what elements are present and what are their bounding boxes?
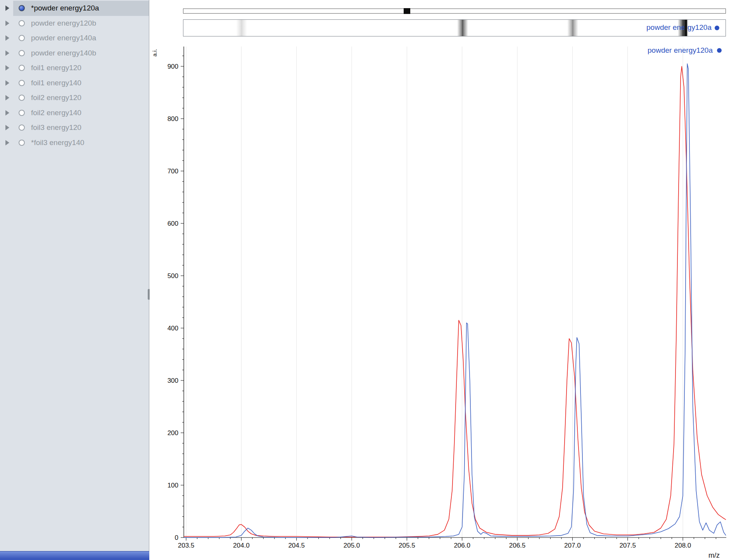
svg-text:205.0: 205.0 xyxy=(344,542,360,549)
spectrum-list-item[interactable]: *powder energy120a xyxy=(0,1,149,16)
overview-spectrum-dot-icon xyxy=(715,26,719,30)
disclosure-triangle-icon[interactable] xyxy=(5,125,9,130)
overview-band xyxy=(457,20,468,36)
disclosure-triangle-icon[interactable] xyxy=(5,80,9,86)
x-tick-labels: 203.5204.0204.5205.0205.5206.0206.5207.0… xyxy=(178,542,691,549)
overview-spectrum-name: powder energy120a xyxy=(646,23,712,32)
disclosure-triangle-icon[interactable] xyxy=(5,140,9,145)
sidebar-horizontal-scrollbar[interactable] xyxy=(0,551,149,560)
overview-band xyxy=(567,20,578,36)
spectrum-label: powder energy140a xyxy=(31,34,96,42)
spectrum-list-item[interactable]: powder energy120b xyxy=(0,16,149,31)
svg-text:700: 700 xyxy=(168,168,178,175)
spectrum-label: foil1 energy120 xyxy=(31,64,81,72)
visibility-radio-icon[interactable] xyxy=(19,50,25,56)
series-line-powder-energy120a xyxy=(184,64,726,538)
gridlines xyxy=(186,47,683,538)
disclosure-triangle-icon[interactable] xyxy=(5,110,9,116)
spectrum-range-scrollbar[interactable] xyxy=(183,9,726,14)
spectra-list[interactable]: *powder energy120a powder energy120b pow… xyxy=(0,0,149,551)
svg-text:200: 200 xyxy=(168,429,178,437)
visibility-radio-icon[interactable] xyxy=(19,95,25,101)
disclosure-triangle-icon[interactable] xyxy=(5,5,9,11)
overview-strip[interactable]: powder energy120a xyxy=(183,19,726,36)
svg-text:207.5: 207.5 xyxy=(619,542,636,549)
spectrum-label: powder energy120b xyxy=(31,19,96,28)
spectrum-label: foil2 energy140 xyxy=(31,109,81,117)
spectrum-list-item[interactable]: powder energy140b xyxy=(0,46,149,61)
svg-text:208.0: 208.0 xyxy=(675,542,691,549)
svg-text:205.5: 205.5 xyxy=(399,542,415,549)
series-line-processed-red xyxy=(184,66,726,537)
svg-text:100: 100 xyxy=(168,482,178,489)
y-axis-title: a.i. xyxy=(151,49,158,57)
spectrum-label: *powder energy120a xyxy=(31,4,99,12)
spectrum-list-item[interactable]: foil1 energy120 xyxy=(0,60,149,76)
overview-position-marker[interactable] xyxy=(684,20,687,36)
x-axis-ticks xyxy=(181,56,716,541)
y-tick-labels: 0100200300400500600700800900 xyxy=(168,63,178,541)
axes xyxy=(184,47,726,538)
visibility-radio-icon[interactable] xyxy=(19,124,25,131)
svg-text:0: 0 xyxy=(175,534,178,541)
visibility-radio-icon[interactable] xyxy=(19,110,25,116)
spectrum-list-item[interactable]: *foil3 energy140 xyxy=(0,135,149,150)
visibility-radio-icon[interactable] xyxy=(19,5,25,11)
spectrum-label: foil2 energy120 xyxy=(31,93,81,102)
disclosure-triangle-icon[interactable] xyxy=(5,65,9,71)
spectrum-list-item[interactable]: foil1 energy140 xyxy=(0,76,149,91)
spectrum-plot[interactable]: 203.5204.0204.5205.0205.5206.0206.5207.0… xyxy=(150,39,729,560)
x-axis-title: m/z xyxy=(708,551,720,559)
svg-text:203.5: 203.5 xyxy=(178,542,195,549)
svg-text:206.0: 206.0 xyxy=(454,542,470,549)
visibility-radio-icon[interactable] xyxy=(19,80,25,86)
svg-text:800: 800 xyxy=(168,115,178,123)
visibility-radio-icon[interactable] xyxy=(19,35,25,41)
spectrum-list-item[interactable]: foil2 energy140 xyxy=(0,105,149,121)
svg-text:204.0: 204.0 xyxy=(233,542,250,549)
visibility-radio-icon[interactable] xyxy=(19,140,25,146)
spectrum-label: powder energy140b xyxy=(31,49,96,57)
spectrum-main-area: powder energy120a 203.5204.0204.5205.020… xyxy=(150,0,729,560)
svg-text:204.5: 204.5 xyxy=(288,542,305,549)
spectrum-label: foil3 energy120 xyxy=(31,123,81,132)
spectrum-list-item[interactable]: foil2 energy120 xyxy=(0,90,149,105)
disclosure-triangle-icon[interactable] xyxy=(5,21,9,26)
svg-text:206.5: 206.5 xyxy=(509,542,526,549)
disclosure-triangle-icon[interactable] xyxy=(5,35,9,41)
visibility-radio-icon[interactable] xyxy=(19,65,25,71)
svg-text:207.0: 207.0 xyxy=(564,542,581,549)
disclosure-triangle-icon[interactable] xyxy=(5,95,9,100)
overview-band xyxy=(236,20,247,36)
legend-dot-icon xyxy=(717,48,722,53)
legend-label: powder energy120a xyxy=(648,46,713,54)
visibility-radio-icon[interactable] xyxy=(19,20,25,26)
svg-text:300: 300 xyxy=(168,377,178,384)
spectrum-label: *foil3 energy140 xyxy=(31,138,84,147)
svg-text:600: 600 xyxy=(168,220,178,227)
spectrum-list-item[interactable]: powder energy140a xyxy=(0,31,149,46)
disclosure-triangle-icon[interactable] xyxy=(5,50,9,56)
svg-text:400: 400 xyxy=(168,325,178,332)
spectrum-label: foil1 energy140 xyxy=(31,79,81,87)
svg-text:900: 900 xyxy=(168,63,178,70)
spectrum-list-item[interactable]: foil3 energy120 xyxy=(0,120,149,135)
svg-text:500: 500 xyxy=(168,272,178,280)
scrollbar-thumb[interactable] xyxy=(404,8,410,14)
